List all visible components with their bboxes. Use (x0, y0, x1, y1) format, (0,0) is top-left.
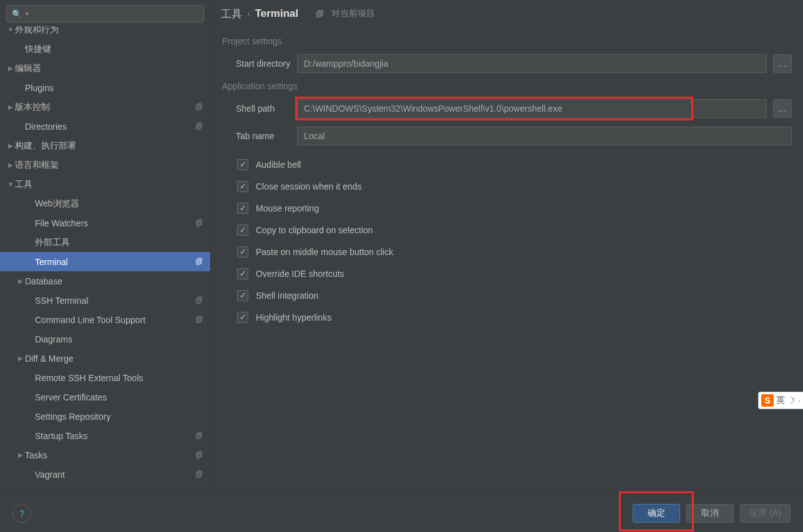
shell-path-label: Shell path (236, 104, 297, 114)
breadcrumb-separator: › (247, 9, 250, 19)
copy-icon: 🗐 (195, 316, 203, 324)
checkbox-box: ✓ (237, 290, 248, 301)
apply-button[interactable]: 应用 (A) (740, 504, 791, 523)
copy-icon: 🗐 (195, 219, 203, 228)
search-input[interactable]: 🔍 ▾ (6, 5, 204, 22)
ime-logo-icon: S (761, 394, 774, 407)
tree-item-label: 构建、执行部署 (15, 140, 203, 152)
tree-item-terminal[interactable]: Terminal🗐 (0, 252, 210, 271)
start-directory-browse-button[interactable]: ... (773, 54, 792, 73)
shell-path-browse-button[interactable]: ... (773, 99, 792, 118)
ok-button[interactable]: 确定 (633, 504, 680, 523)
tree-item-plugins[interactable]: Plugins (0, 78, 210, 97)
tree-item-label: Command Line Tool Support (35, 315, 195, 325)
breadcrumb-leaf: Terminal (255, 7, 299, 20)
tab-name-label: Tab name (236, 131, 297, 141)
checkbox-box: ✓ (237, 181, 248, 192)
tree-item--[interactable]: ▼工具 (0, 175, 210, 194)
tree-item--[interactable]: ▶构建、执行部署 (0, 136, 210, 155)
chevron-right-icon: ▶ (6, 65, 15, 72)
tree-item-diff-merge[interactable]: ▶Diff & Merge (0, 349, 210, 368)
checkbox-box: ✓ (237, 246, 248, 258)
copy-icon: 🗐 (195, 470, 203, 479)
tree-item-web-[interactable]: Web浏览器 (0, 194, 210, 213)
tree-item-label: 外观和行为 (15, 26, 203, 36)
tree-item-diagrams[interactable]: Diagrams (0, 329, 210, 349)
moon-icon: ☽ (787, 395, 796, 405)
tree-item-label: Vagrant (35, 470, 195, 480)
tree-item--[interactable]: ▶语言和框架 (0, 155, 210, 175)
tree-item-label: SSH Terminal (35, 296, 195, 306)
tree-item-command-line-tool-support[interactable]: Command Line Tool Support🗐 (0, 310, 210, 329)
tree-item-label: Plugins (25, 83, 203, 93)
shell-path-input[interactable]: C:\WINDOWS\System32\WindowsPowerShell\v1… (297, 99, 767, 118)
checkbox-shell-integration[interactable]: ✓Shell integration (237, 284, 792, 306)
tree-item-label: 工具 (15, 179, 203, 190)
checkbox-box: ✓ (237, 312, 248, 323)
section-project-settings: Project settings (222, 36, 792, 46)
tree-item-database[interactable]: ▶Database (0, 271, 210, 291)
tab-name-value: Local (304, 131, 324, 141)
tree-item--[interactable]: 外部工具 (0, 233, 210, 252)
chevron-down-icon: ▼ (6, 26, 15, 33)
tree-item-label: 外部工具 (35, 237, 203, 248)
section-application-settings: Application settings (222, 81, 792, 91)
tree-item-server-certificates[interactable]: Server Certificates (0, 387, 210, 407)
chevron-right-icon: ▶ (6, 104, 15, 110)
chevron-right-icon: ▶ (16, 278, 25, 284)
ime-lang: 英 (776, 395, 785, 406)
tree-item-label: Directories (25, 122, 195, 132)
chevron-right-icon: ▶ (6, 142, 15, 149)
tree-item-label: Server Certificates (35, 392, 203, 402)
tree-item-file-watchers[interactable]: File Watchers🗐 (0, 213, 210, 233)
checkbox-box: ✓ (237, 268, 248, 279)
copy-icon: 🗐 (195, 432, 203, 440)
shell-path-value: C:\WINDOWS\System32\WindowsPowerShell\v1… (304, 104, 562, 114)
help-button[interactable]: ? (12, 504, 31, 523)
breadcrumb-root: 工具 (221, 7, 242, 21)
tree-item--[interactable]: ▶编辑器 (0, 59, 210, 78)
copy-icon: 🗐 (195, 296, 203, 305)
tree-item--[interactable]: ▼外观和行为 (0, 26, 210, 39)
tree-item-label: Settings Repository (35, 412, 203, 422)
tree-item-label: 语言和框架 (15, 160, 203, 171)
settings-sidebar: 🔍 ▾ ▼外观和行为快捷键▶编辑器Plugins▶版本控制🗐Directorie… (0, 0, 211, 493)
settings-tree[interactable]: ▼外观和行为快捷键▶编辑器Plugins▶版本控制🗐Directories🗐▶构… (0, 26, 210, 493)
tree-item-startup-tasks[interactable]: Startup Tasks🗐 (0, 426, 210, 445)
checkbox-label: Paste on middle mouse button click (256, 247, 393, 257)
tree-item-label: Database (25, 276, 203, 286)
tab-name-input[interactable]: Local (297, 127, 792, 145)
ime-dot: · (798, 395, 801, 405)
tree-item-vagrant[interactable]: Vagrant🗐 (0, 465, 210, 484)
chevron-down-icon: ▾ (26, 11, 29, 17)
checkbox-close-session-when-it-ends[interactable]: ✓Close session when it ends (237, 175, 792, 197)
tree-item-settings-repository[interactable]: Settings Repository (0, 407, 210, 426)
chevron-right-icon: ▶ (16, 355, 25, 362)
chevron-down-icon: ▼ (6, 181, 15, 188)
start-directory-input[interactable]: D:/wamppro/bidangjia (297, 54, 767, 73)
start-directory-value: D:/wamppro/bidangjia (304, 59, 388, 69)
checkbox-audible-bell[interactable]: ✓Audible bell (237, 153, 792, 175)
checkbox-override-ide-shortcuts[interactable]: ✓Override IDE shortcuts (237, 263, 792, 284)
tree-item--[interactable]: 快捷键 (0, 39, 210, 59)
checkbox-paste-on-middle-mouse-button-click[interactable]: ✓Paste on middle mouse button click (237, 241, 792, 263)
tree-item-tasks[interactable]: ▶Tasks🗐 (0, 445, 210, 465)
cancel-button[interactable]: 取消 (686, 504, 734, 523)
tree-item--[interactable]: ▶版本控制🗐 (0, 97, 210, 117)
breadcrumb: 工具 › Terminal 🗐 对当前项目 (211, 0, 803, 27)
tree-item-ssh-terminal[interactable]: SSH Terminal🗐 (0, 291, 210, 310)
checkbox-mouse-reporting[interactable]: ✓Mouse reporting (237, 197, 792, 219)
checkbox-label: Mouse reporting (256, 203, 319, 213)
checkbox-label: Shell integration (256, 291, 318, 301)
tree-item-label: Web浏览器 (35, 198, 203, 210)
tree-item-directories[interactable]: Directories🗐 (0, 117, 210, 136)
checkbox-copy-to-clipboard-on-selection[interactable]: ✓Copy to clipboard on selection (237, 219, 792, 241)
dialog-footer: ? 确定 取消 应用 (A) (0, 493, 803, 532)
checkbox-highlight-hyperlinks[interactable]: ✓Highlight hyperlinks (237, 306, 792, 328)
tree-item-remote-ssh-external-tools[interactable]: Remote SSH External Tools (0, 368, 210, 387)
chevron-right-icon: ▶ (6, 162, 15, 168)
copy-icon: 🗐 (195, 122, 203, 131)
search-icon: 🔍 (12, 9, 22, 19)
checkbox-box: ✓ (237, 225, 248, 236)
tree-item-label: Diff & Merge (25, 354, 203, 364)
